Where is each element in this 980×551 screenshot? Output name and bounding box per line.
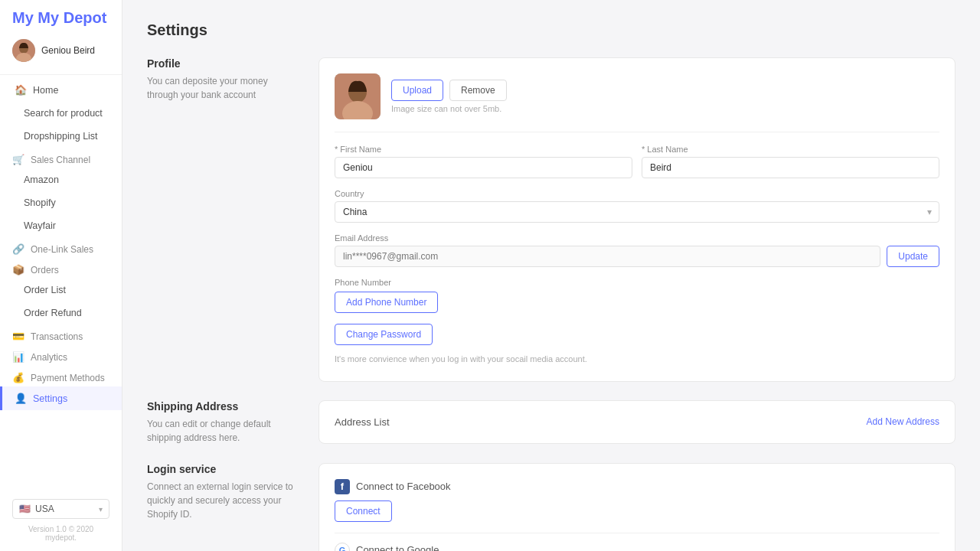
sidebar-item-settings[interactable]: 👤 Settings	[0, 386, 122, 410]
sidebar-item-label: Search for product	[24, 108, 103, 119]
country-selector[interactable]: 🇺🇸 USA ▾	[12, 499, 109, 519]
shipping-card: Address List Add New Address	[318, 400, 956, 444]
payment-icon: 💰	[12, 372, 24, 383]
country-flag: 🇺🇸	[19, 504, 31, 514]
profile-avatar	[335, 73, 381, 119]
facebook-connect-button[interactable]: Connect	[335, 500, 392, 522]
facebook-label: Connect to Facebook	[356, 481, 451, 492]
sidebar-section-transactions: 💳 Transactions	[0, 324, 122, 345]
sidebar-item-order-refund[interactable]: Order Refund	[0, 302, 122, 324]
sidebar-item-label: Orders	[31, 265, 59, 276]
add-phone-button[interactable]: Add Phone Number	[335, 292, 438, 313]
google-service-item: G Connect to Google Connect	[335, 543, 939, 552]
sidebar-section-sales: 🛒 Sales Channel	[0, 148, 122, 168]
main-content: Settings Profile You can deposite your m…	[122, 0, 980, 551]
google-icon: G	[335, 543, 350, 552]
sidebar-item-label: Analytics	[31, 352, 67, 363]
shipping-section-left: Shipping Address You can edit or change …	[147, 400, 300, 445]
sidebar-item-label: Wayfair	[24, 220, 56, 231]
sidebar-item-label: Dropshipping List	[24, 131, 98, 142]
sidebar-item-label: One-Link Sales	[31, 244, 93, 255]
country-label: Country	[335, 189, 939, 198]
country-row: Country China USA UK	[335, 189, 939, 223]
last-name-group: * Last Name	[642, 145, 939, 178]
sidebar-section-payment: 💰 Payment Methods	[0, 366, 122, 386]
sidebar-section-analytics: 📊 Analytics	[0, 345, 122, 366]
google-label: Connect to Google	[356, 544, 439, 551]
sidebar-item-dropshipping-list[interactable]: Dropshipping List	[0, 125, 122, 148]
avatar-controls: Upload Remove Image size can not over 5m…	[391, 80, 507, 113]
app-logo: My My Depot	[0, 0, 122, 33]
avatar-note: Image size can not over 5mb.	[391, 104, 507, 113]
profile-section-desc: You can deposite your money through your…	[147, 74, 300, 102]
first-name-input[interactable]	[335, 157, 632, 178]
last-name-label: * Last Name	[642, 145, 939, 154]
email-group: Email Address Update	[335, 233, 939, 267]
update-button[interactable]: Update	[887, 246, 939, 267]
facebook-icon: f	[335, 479, 350, 494]
sidebar-item-search-product[interactable]: Search for product	[0, 102, 122, 125]
login-service-section-left: Login service Connect an external login …	[147, 463, 300, 521]
shipping-section-title: Shipping Address	[147, 400, 300, 412]
sidebar-section-orders: 📦 Orders	[0, 258, 122, 279]
settings-icon: 👤	[15, 393, 27, 404]
profile-card: Upload Remove Image size can not over 5m…	[318, 57, 956, 382]
sidebar-item-label: Shopify	[24, 197, 56, 208]
sidebar-item-label: Settings	[33, 393, 67, 404]
version-text: Version 1.0 © 2020 mydepot.	[12, 525, 109, 542]
email-row: Update	[335, 246, 939, 267]
sidebar-item-label: Order List	[24, 285, 66, 295]
one-link-icon: 🔗	[12, 243, 24, 255]
login-service-section: Login service Connect an external login …	[147, 463, 956, 552]
address-list-label: Address List	[335, 416, 390, 428]
upload-button[interactable]: Upload	[391, 80, 443, 101]
sidebar-item-label: Home	[33, 85, 58, 96]
phone-group: Phone Number Add Phone Number	[335, 278, 939, 313]
country-select[interactable]: China USA UK	[335, 201, 939, 223]
social-hint: It's more convience when you log in with…	[335, 353, 939, 366]
sidebar-item-label: Transactions	[31, 331, 83, 342]
remove-button[interactable]: Remove	[449, 80, 507, 101]
sidebar-item-label: Payment Methods	[31, 373, 105, 383]
sidebar-item-shopify[interactable]: Shopify	[0, 191, 122, 214]
address-card-inner: Address List Add New Address	[335, 416, 939, 428]
analytics-icon: 📊	[12, 351, 24, 363]
country-group: Country China USA UK	[335, 189, 939, 223]
add-new-address-link[interactable]: Add New Address	[867, 416, 939, 427]
last-name-input[interactable]	[642, 157, 939, 178]
avatar	[12, 39, 35, 62]
change-password-row: Change Password	[335, 324, 939, 345]
profile-section-title: Profile	[147, 57, 300, 70]
first-name-group: * First Name	[335, 145, 632, 178]
sidebar-item-wayfair[interactable]: Wayfair	[0, 214, 122, 237]
change-password-button[interactable]: Change Password	[335, 324, 433, 345]
transactions-icon: 💳	[12, 331, 24, 342]
sidebar-item-label: Sales Channel	[31, 155, 90, 165]
sidebar-item-home[interactable]: 🏠 Home	[0, 78, 122, 102]
shipping-section: Shipping Address You can edit or change …	[147, 400, 956, 445]
sidebar-item-order-list[interactable]: Order List	[0, 279, 122, 302]
login-service-section-desc: Connect an external login service to qui…	[147, 480, 300, 521]
email-input[interactable]	[335, 246, 880, 267]
chevron-down-icon: ▾	[99, 505, 103, 514]
email-label: Email Address	[335, 233, 939, 243]
first-name-label: * First Name	[335, 145, 632, 154]
sidebar-section-one-link: 🔗 One-Link Sales	[0, 237, 122, 258]
sidebar-item-label: Amazon	[24, 174, 59, 185]
sidebar-user: Geniou Beird	[0, 33, 122, 71]
sidebar-username: Geniou Beird	[41, 45, 95, 56]
phone-label: Phone Number	[335, 278, 939, 287]
shipping-section-desc: You can edit or change default shipping …	[147, 417, 300, 445]
facebook-service-item: f Connect to Facebook Connect	[335, 479, 939, 522]
name-row: * First Name * Last Name	[335, 145, 939, 178]
country-select-wrap: China USA UK	[335, 201, 939, 223]
sidebar-item-amazon[interactable]: Amazon	[0, 168, 122, 191]
country-label: USA	[35, 504, 54, 514]
facebook-header: f Connect to Facebook	[335, 479, 939, 494]
page-title: Settings	[147, 21, 956, 39]
service-divider	[335, 533, 939, 533]
profile-section-left: Profile You can deposite your money thro…	[147, 57, 300, 102]
sidebar: My My Depot Geniou Beird 🏠 Home Search f…	[0, 0, 122, 551]
profile-section: Profile You can deposite your money thro…	[147, 57, 956, 382]
orders-icon: 📦	[12, 264, 24, 276]
